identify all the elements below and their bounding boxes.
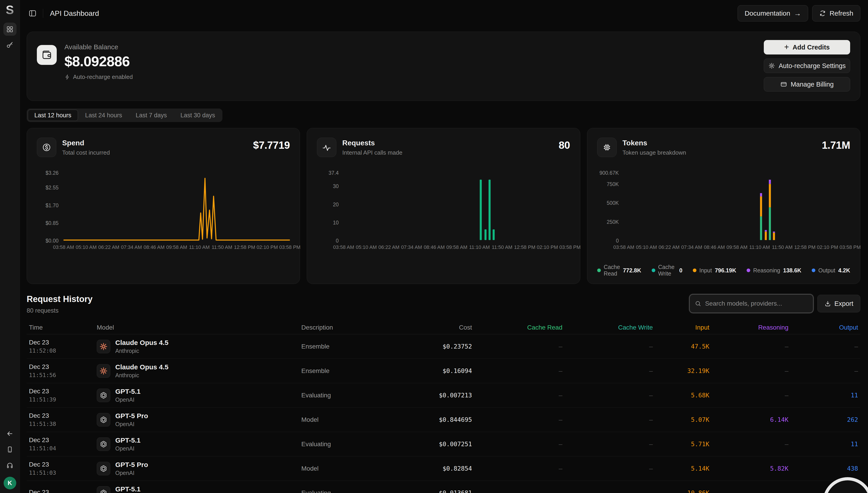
legend-dot	[597, 269, 601, 272]
x-axis-tick: 08:46 AM	[704, 244, 725, 250]
time-cell: Dec 2311:51:04	[29, 436, 97, 452]
time-range-tab[interactable]: Last 12 hours	[28, 110, 78, 121]
table-row[interactable]: Dec 2311:51:04 GPT-5.1OpenAIEvaluating$0…	[27, 432, 860, 456]
search-input[interactable]	[704, 300, 808, 307]
manage-billing-button[interactable]: Manage Billing	[764, 77, 850, 91]
cache-write-cell: —	[562, 392, 653, 399]
legend-label: Cache Write	[658, 264, 676, 277]
column-header[interactable]: Reasoning	[709, 324, 788, 331]
input-cell: 5.71K	[653, 441, 709, 448]
reasoning-cell: —	[709, 441, 788, 448]
x-axis-tick: 07:34 AM	[401, 244, 422, 250]
app-logo[interactable]: S	[3, 3, 17, 16]
x-axis-tick: 12:58 PM	[794, 244, 816, 250]
request-history-title: Request History	[27, 294, 92, 304]
gear-icon	[768, 62, 775, 69]
cache-write-cell: —	[562, 489, 653, 493]
column-header[interactable]: Model	[97, 324, 301, 331]
legend-item: Cache Read772.8K	[597, 264, 641, 277]
x-axis-tick: 08:46 AM	[424, 244, 444, 250]
y-axis-tick: $2.55	[45, 185, 59, 191]
legend-item: Input796.19K	[693, 267, 736, 274]
model-provider: Anthropic	[115, 348, 168, 354]
time-cell: Dec 2311:51:39	[29, 388, 97, 403]
sidebar-item-support[interactable]	[3, 459, 17, 472]
user-avatar[interactable]: K	[4, 477, 16, 489]
table-row[interactable]: Dec 2311:51:38 GPT-5 ProOpenAIModel$0.84…	[27, 408, 860, 432]
y-axis-tick: 900.67K	[600, 170, 619, 176]
column-header[interactable]: Cache Read	[472, 324, 562, 331]
x-axis-tick: 07:34 AM	[121, 244, 142, 250]
table-row[interactable]: Dec 23 GPT-5.1OpenAIEvaluating$0.013681—…	[27, 481, 860, 493]
time-cell: Dec 2311:52:08	[29, 339, 97, 354]
sidebar-item-device[interactable]	[3, 443, 17, 456]
download-icon	[824, 300, 831, 307]
legend-dot	[746, 269, 750, 272]
time-range-tab[interactable]: Last 7 days	[129, 110, 173, 121]
output-cell: 262	[788, 416, 858, 423]
wallet-icon	[37, 45, 57, 65]
output-cell: 11	[788, 441, 858, 448]
output-cell: —	[788, 343, 858, 350]
column-header[interactable]: Time	[29, 324, 97, 331]
legend-item: Cache Write0	[652, 264, 682, 277]
auto-recharge-settings-button[interactable]: Auto-recharge Settings	[764, 59, 850, 73]
model-cell: GPT-5 ProOpenAI	[97, 461, 301, 476]
chart-y-axis: 37.43020100	[317, 173, 344, 241]
request-history-actions: Export	[690, 294, 860, 313]
column-header[interactable]: Input	[653, 324, 709, 331]
sidebar-toggle-button[interactable]	[27, 8, 38, 18]
table-row[interactable]: Dec 2311:51:39 GPT-5.1OpenAIEvaluating$0…	[27, 383, 860, 408]
chart-y-axis: 900.67K750K500K250K0	[597, 173, 624, 241]
legend-label: Input	[699, 267, 712, 274]
y-axis-tick: $0.85	[45, 220, 59, 226]
model-provider: Anthropic	[115, 372, 168, 379]
time-cell: Dec 2311:51:03	[29, 461, 97, 476]
grid-icon	[6, 25, 14, 33]
column-header[interactable]: Cost	[404, 324, 472, 331]
documentation-button[interactable]: Documentation →	[738, 5, 808, 21]
token-legend: Cache Read772.8KCache Write0Input796.19K…	[597, 264, 850, 277]
tokens-stacked-bar-chart	[624, 173, 850, 241]
description-cell: Ensemble	[301, 367, 404, 374]
sidebar-collapse-button[interactable]	[3, 427, 17, 440]
add-credits-button[interactable]: + Add Credits	[764, 40, 850, 55]
cost-cell: $0.16094	[404, 367, 472, 374]
table-row[interactable]: Dec 2311:52:08 Claude Opus 4.5AnthropicE…	[27, 334, 860, 359]
balance-label: Available Balance	[64, 43, 133, 51]
refresh-icon	[819, 10, 826, 17]
cache-read-cell: —	[472, 489, 562, 493]
refresh-button[interactable]: Refresh	[812, 5, 860, 21]
legend-label: Output	[818, 267, 835, 274]
table-row[interactable]: Dec 2311:51:56 Claude Opus 4.5AnthropicE…	[27, 359, 860, 383]
export-button[interactable]: Export	[817, 295, 860, 313]
model-provider: OpenAI	[115, 470, 148, 476]
column-header[interactable]: Cache Write	[562, 324, 653, 331]
main-content: API Dashboard Documentation → Refresh	[20, 0, 868, 493]
tokens-subtitle: Token usage breakdown	[623, 149, 686, 156]
x-axis-tick: 03:58 AM	[613, 244, 634, 250]
input-cell: 32.19K	[653, 367, 709, 374]
column-header[interactable]: Description	[301, 324, 404, 331]
cost-cell: $0.007213	[404, 392, 472, 399]
model-name: Claude Opus 4.5	[115, 363, 168, 371]
tokens-total: 1.71M	[822, 139, 850, 151]
time-range-tab[interactable]: Last 30 days	[174, 110, 221, 121]
x-axis-tick: 07:34 AM	[681, 244, 702, 250]
time-range-tab[interactable]: Last 24 hours	[79, 110, 129, 121]
headphones-icon	[6, 462, 14, 469]
sidebar-item-api-keys[interactable]	[3, 38, 17, 51]
refresh-label: Refresh	[829, 9, 853, 17]
openai-icon	[97, 389, 110, 402]
request-date: Dec 23	[29, 436, 97, 444]
export-label: Export	[834, 300, 853, 307]
y-axis-tick: 10	[333, 219, 339, 226]
table-body: Dec 2311:52:08 Claude Opus 4.5AnthropicE…	[27, 334, 860, 493]
column-header[interactable]: Output	[788, 324, 858, 331]
table-row[interactable]: Dec 2311:51:03 GPT-5 ProOpenAIModel$0.82…	[27, 456, 860, 481]
sidebar-item-dashboard[interactable]	[3, 23, 17, 36]
legend-item: Output4.2K	[812, 267, 850, 274]
model-provider: OpenAI	[115, 396, 140, 403]
model-text: GPT-5 ProOpenAI	[115, 461, 148, 476]
x-axis-tick: 06:22 AM	[378, 244, 399, 250]
